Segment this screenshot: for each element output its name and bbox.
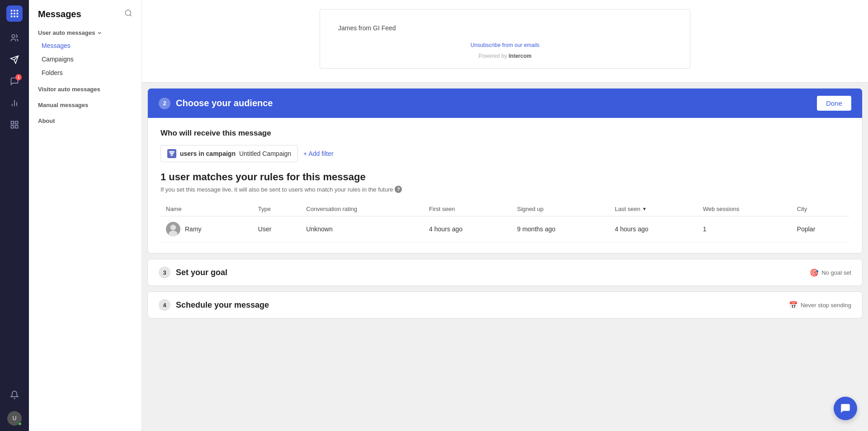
svg-point-19 [125, 10, 131, 15]
match-subtext: If you set this message live, it will al… [160, 186, 849, 193]
svg-rect-23 [171, 155, 173, 156]
col-city: City [792, 202, 849, 216]
col-type: Type [253, 202, 301, 216]
sidebar-icon-contacts[interactable] [5, 29, 24, 47]
sidebar-icon-reports[interactable] [5, 94, 24, 112]
match-subtext-text: If you set this message live, it will al… [160, 186, 393, 193]
add-filter-button[interactable]: + Add filter [303, 150, 334, 157]
col-first-seen: First seen [424, 202, 512, 216]
step-number-2: 2 [159, 98, 170, 109]
set-goal-title: Set your goal [176, 268, 227, 277]
schedule-icon: 📅 [789, 301, 798, 309]
goal-icon: 🎯 [810, 268, 819, 277]
cell-city: Poplar [792, 216, 849, 242]
schedule-left: 4 Schedule your message [159, 299, 269, 311]
sidebar-icon-notifications[interactable] [5, 386, 24, 404]
user-avatar-img [166, 222, 180, 236]
schedule-header: 4 Schedule your message 📅 Never stop sen… [148, 292, 862, 318]
svg-rect-16 [15, 122, 18, 124]
svg-rect-0 [11, 10, 13, 12]
user-name: Ramy [185, 225, 202, 233]
svg-rect-22 [170, 153, 174, 154]
filter-bold-text: users in campaign [180, 150, 236, 157]
cell-name: Ramy [160, 216, 253, 242]
set-goal-left: 3 Set your goal [159, 267, 227, 278]
user-cell: Ramy [166, 222, 247, 236]
col-conv-rating: Conversation rating [301, 202, 424, 216]
cell-last-seen: 4 hours ago [609, 216, 698, 242]
filter-value-text: Untitled Campaign [239, 150, 291, 157]
set-goal-section: 3 Set your goal 🎯 No goal set [147, 259, 863, 286]
nav-section-user-auto-label: User auto messages [38, 29, 95, 36]
table-body: Ramy User Unknown 4 hours ago 9 months a… [160, 216, 849, 242]
col-city-label: City [797, 206, 807, 212]
col-name-label: Name [166, 206, 182, 212]
nav-item-messages[interactable]: Messages [29, 39, 142, 52]
svg-rect-4 [14, 13, 15, 14]
cell-first-seen: 4 hours ago [424, 216, 512, 242]
info-icon[interactable]: ? [395, 186, 402, 193]
cell-conv-rating: Unknown [301, 216, 424, 242]
svg-rect-7 [14, 16, 15, 18]
goal-status-text: No goal set [821, 269, 851, 276]
nav-panel: Messages User auto messages Messages Cam… [29, 0, 142, 431]
schedule-status: 📅 Never stop sending [789, 301, 851, 309]
cell-web-sessions: 1 [698, 216, 792, 242]
col-signed-up-label: Signed up [517, 206, 544, 212]
sidebar-icon-apps[interactable] [5, 116, 24, 134]
online-indicator [18, 422, 22, 426]
email-sender-text: James from GI Feed [338, 23, 672, 33]
email-preview-card: James from GI Feed Unsubscribe from our … [142, 0, 868, 83]
col-last-seen[interactable]: Last seen ▼ [609, 202, 698, 216]
sidebar-icon-inbox[interactable]: 1 [5, 72, 24, 90]
filter-tag[interactable]: users in campaign Untitled Campaign [160, 145, 298, 162]
schedule-title: Schedule your message [176, 300, 269, 310]
step-number-4: 4 [159, 299, 170, 311]
svg-rect-21 [169, 151, 175, 153]
svg-rect-15 [11, 122, 14, 124]
col-web-sessions: Web sessions [698, 202, 792, 216]
set-goal-header: 3 Set your goal 🎯 No goal set [148, 259, 862, 286]
schedule-status-text: Never stop sending [801, 302, 851, 309]
inbox-badge: 1 [15, 74, 22, 80]
nav-section-user-auto[interactable]: User auto messages [29, 27, 142, 39]
main-content: James from GI Feed Unsubscribe from our … [142, 0, 868, 431]
done-button[interactable]: Done [817, 96, 851, 111]
col-web-sessions-label: Web sessions [703, 206, 740, 212]
unsubscribe-link[interactable]: Unsubscribe from our emails [471, 42, 540, 48]
svg-rect-3 [11, 13, 13, 14]
nav-section-visitor-auto[interactable]: Visitor auto messages [29, 80, 142, 95]
cell-type: User [253, 216, 301, 242]
nav-section-visitor-label: Visitor auto messages [38, 86, 100, 93]
nav-section-manual[interactable]: Manual messages [29, 95, 142, 111]
user-avatar[interactable]: U [7, 411, 22, 426]
sort-arrow-icon: ▼ [642, 206, 646, 211]
svg-point-25 [170, 225, 176, 230]
cell-signed-up: 9 months ago [512, 216, 609, 242]
search-icon[interactable] [124, 9, 132, 19]
sidebar-icon-outbound[interactable] [5, 51, 24, 69]
col-last-seen-label: Last seen [615, 206, 640, 212]
col-first-seen-label: First seen [429, 206, 455, 212]
nav-item-folders[interactable]: Folders [29, 66, 142, 80]
users-table: Name Type Conversation rating First seen… [160, 202, 849, 242]
section-header-left: 2 Choose your audience [159, 98, 273, 109]
audience-section-body: Who will receive this message users in c… [148, 118, 862, 253]
col-name: Name [160, 202, 253, 216]
svg-rect-17 [15, 126, 18, 128]
nav-item-campaigns[interactable]: Campaigns [29, 52, 142, 66]
nav-title-text: Messages [38, 9, 81, 19]
svg-line-20 [130, 14, 131, 16]
col-signed-up: Signed up [512, 202, 609, 216]
choose-audience-title: Choose your audience [176, 98, 273, 108]
powered-by-prefix: Powered by [478, 53, 509, 59]
chat-button[interactable] [834, 397, 857, 420]
filter-tag-icon [167, 149, 176, 158]
table-row: Ramy User Unknown 4 hours ago 9 months a… [160, 216, 849, 242]
app-logo[interactable] [6, 5, 23, 22]
powered-by-brand: Intercom [509, 53, 532, 59]
match-headline: 1 user matches your rules for this messa… [160, 171, 849, 183]
nav-section-about[interactable]: About [29, 111, 142, 127]
sidebar: 1 U [0, 0, 29, 431]
svg-rect-18 [11, 126, 14, 128]
